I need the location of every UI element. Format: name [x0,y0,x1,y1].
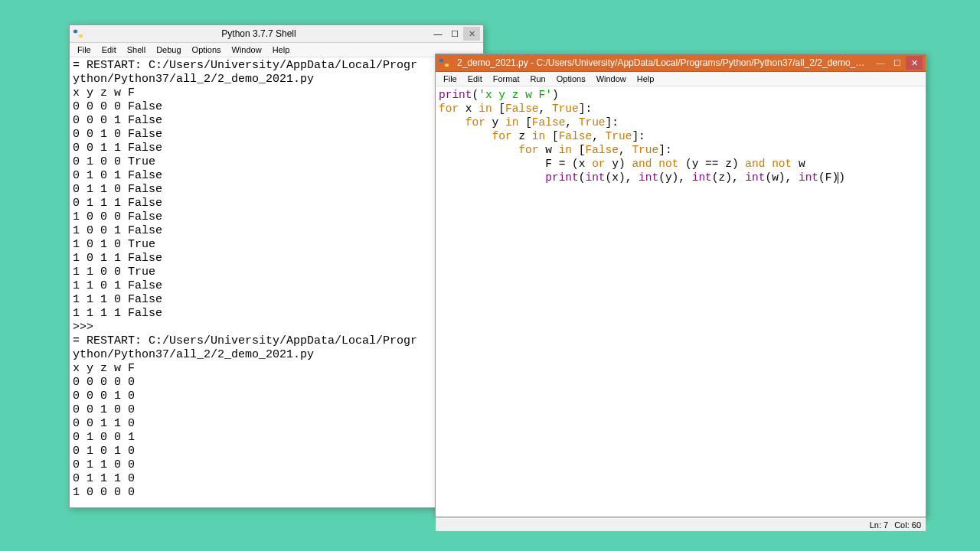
shell-menubar: FileEditShellDebugOptionsWindowHelp [70,43,483,57]
menu-help[interactable]: Help [268,44,295,55]
shell-titlebar[interactable]: Python 3.7.7 Shell — ☐ ✕ [70,25,483,43]
status-col: Col: 60 [894,520,921,530]
app-icon [73,28,83,39]
minimize-button[interactable]: — [872,56,889,70]
editor-title: 2_demo_2021.py - C:/Users/University/App… [454,57,872,68]
editor-window-buttons: — ☐ ✕ [872,56,923,70]
status-line: Ln: 7 [870,520,888,530]
svg-rect-1 [79,34,83,37]
shell-window: Python 3.7.7 Shell — ☐ ✕ FileEditShellDe… [69,24,484,508]
menu-window[interactable]: Window [592,73,631,84]
menu-file[interactable]: File [439,73,462,84]
svg-rect-3 [445,64,449,67]
app-icon [439,57,449,68]
editor-statusbar: Ln: 7 Col: 60 [436,517,926,531]
close-button[interactable]: ✕ [463,27,480,41]
menu-edit[interactable]: Edit [97,44,121,55]
editor-code[interactable]: print('x y z w F') for x in [False, True… [436,86,926,517]
menu-options[interactable]: Options [188,44,226,55]
svg-rect-2 [439,59,443,62]
shell-title: Python 3.7.7 Shell [88,28,430,39]
menu-debug[interactable]: Debug [152,44,185,55]
menu-edit[interactable]: Edit [463,73,487,84]
editor-titlebar[interactable]: 2_demo_2021.py - C:/Users/University/App… [436,54,926,72]
maximize-button[interactable]: ☐ [889,56,906,70]
maximize-button[interactable]: ☐ [446,27,463,41]
menu-file[interactable]: File [73,44,96,55]
editor-menubar: FileEditFormatRunOptionsWindowHelp [436,72,926,86]
minimize-button[interactable]: — [430,27,446,41]
menu-window[interactable]: Window [227,44,266,55]
menu-shell[interactable]: Shell [122,44,150,55]
close-button[interactable]: ✕ [906,56,923,70]
shell-output[interactable]: = RESTART: C:/Users/University/AppData/L… [70,57,483,521]
menu-help[interactable]: Help [632,73,659,84]
svg-rect-0 [74,30,77,33]
text-cursor [838,172,838,184]
menu-format[interactable]: Format [488,73,524,84]
menu-options[interactable]: Options [552,73,590,84]
editor-window: 2_demo_2021.py - C:/Users/University/App… [435,54,926,517]
menu-run[interactable]: Run [526,73,550,84]
shell-window-buttons: — ☐ ✕ [430,27,480,41]
